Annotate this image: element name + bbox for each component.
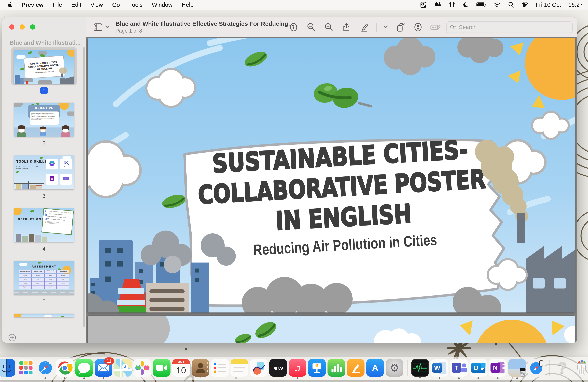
thumbnail-item-3[interactable]: TOOLS & SKILLS We will use digital tools…: [2, 153, 86, 201]
dock-missing-app[interactable]: ?: [553, 359, 571, 377]
thumbnail-item-6[interactable]: [2, 311, 86, 319]
document-content[interactable]: SUSTAINABLE CITIES- COLLABORATIVE POSTER…: [86, 37, 577, 343]
dock-notes[interactable]: [231, 359, 248, 377]
thumbnail-page-5[interactable]: ASSESSMENT Vocabulary & Grammar Excellen…: [14, 261, 74, 295]
dock-settings[interactable]: ⚙: [386, 359, 403, 377]
calendar-day: 10: [172, 364, 190, 377]
dock-calendar[interactable]: OCT 10: [172, 359, 190, 377]
mail-unread-badge: 11: [105, 357, 114, 365]
apple-menu-icon[interactable]: [6, 1, 12, 8]
dock-appstore[interactable]: A: [366, 359, 384, 377]
thumbnail-item-5[interactable]: ASSESSMENT Vocabulary & Grammar Excellen…: [2, 258, 86, 306]
dock-maps[interactable]: [114, 359, 132, 377]
search-input[interactable]: [458, 24, 569, 31]
menu-item-preview[interactable]: Preview: [21, 1, 43, 8]
thumbnail-item-2[interactable]: OBJECTIVE 1. Students will work collabor…: [2, 100, 86, 148]
appstore-letter: A: [366, 359, 384, 377]
question-mark-icon: ?: [553, 359, 571, 377]
markup-pen-button[interactable]: [358, 22, 369, 33]
menu-item-file[interactable]: File: [53, 1, 62, 8]
mini-assessment-table: Vocabulary & Grammar Excellent Good Norm…: [19, 270, 69, 289]
sidebar-scrollbar[interactable]: [83, 47, 85, 327]
dock-contacts[interactable]: [192, 359, 210, 377]
menu-item-edit[interactable]: Edit: [71, 1, 81, 8]
thumbnail-page-4[interactable]: INSTRUCTIONS 1. Choose a topic (transpor…: [14, 208, 74, 242]
teams-status-icon[interactable]: [434, 1, 441, 8]
dock-onenote[interactable]: N: [489, 359, 507, 377]
sidebar-toggle-button[interactable]: [93, 22, 104, 33]
thumbnail-page-1[interactable]: SUSTAINABLE CITIES- COLLABORATIVE POSTER…: [14, 50, 74, 84]
onenote-letter: N: [491, 363, 500, 373]
music-note-icon: ♫: [289, 359, 306, 377]
dock-keynote[interactable]: [308, 359, 326, 377]
markup-dropdown-chevron[interactable]: [383, 25, 388, 29]
dock-finder[interactable]: [0, 359, 15, 377]
dock-outlook[interactable]: O: [470, 359, 487, 377]
menu-item-go[interactable]: Go: [112, 1, 120, 8]
page-2[interactable]: [88, 316, 575, 343]
menu-item-window[interactable]: Window: [152, 1, 172, 8]
mini-smog: [38, 80, 52, 84]
dock-word[interactable]: W: [431, 359, 448, 377]
thumbnail-item-1[interactable]: SUSTAINABLE CITIES- COLLABORATIVE POSTER…: [2, 47, 86, 95]
close-button[interactable]: [9, 24, 14, 30]
dock-trash[interactable]: [573, 359, 588, 377]
dock-reminders[interactable]: [211, 359, 229, 377]
dock-appletv[interactable]: tv: [269, 359, 287, 377]
zoom-out-button[interactable]: [306, 22, 316, 33]
dock-teams[interactable]: T: [450, 359, 468, 377]
menu-date[interactable]: Fri 10 Oct: [536, 1, 561, 8]
add-page-button[interactable]: [8, 333, 16, 342]
status-app-icon[interactable]: [420, 1, 427, 8]
page-1[interactable]: SUSTAINABLE CITIES- COLLABORATIVE POSTER…: [88, 38, 575, 312]
dock-pages[interactable]: [347, 359, 365, 377]
zoom-button[interactable]: [30, 24, 35, 30]
thumbnail-page-3[interactable]: TOOLS & SKILLS We will use digital tools…: [14, 155, 74, 190]
search-field[interactable]: [446, 21, 573, 33]
menu-time[interactable]: 16:27: [568, 1, 583, 8]
wifi-icon[interactable]: [494, 2, 501, 8]
dock-music[interactable]: ♫: [289, 359, 306, 377]
focus-moon-icon[interactable]: [463, 1, 469, 8]
thumbnail-page-2[interactable]: OBJECTIVE 1. Students will work collabor…: [14, 103, 74, 137]
mini-tool-forms: FORM Forms: [60, 174, 72, 185]
dock-numbers[interactable]: [328, 359, 345, 377]
page-number-2: 2: [42, 139, 46, 148]
share-button[interactable]: [341, 22, 352, 33]
mini-subtitle: Reducing Air Pollution in Cities: [35, 71, 54, 73]
dock-photos[interactable]: [134, 359, 151, 377]
menu-item-help[interactable]: Help: [182, 1, 194, 8]
mini-cloud: [67, 112, 74, 116]
form-pen-button[interactable]: [413, 22, 423, 33]
thumbnail-page-6[interactable]: [14, 314, 74, 317]
dock-iphone-mirroring[interactable]: [528, 359, 546, 377]
mini-leaf: [61, 316, 64, 317]
dock-mail[interactable]: 11: [95, 359, 112, 377]
dock-chrome[interactable]: [56, 359, 74, 377]
info-button[interactable]: [288, 22, 299, 33]
dock-launchpad[interactable]: [17, 359, 35, 377]
control-center-icon[interactable]: [522, 1, 528, 8]
mini-kid-boy: [17, 126, 26, 137]
thumbnail-item-4[interactable]: INSTRUCTIONS 1. Choose a topic (transpor…: [2, 205, 86, 253]
dock-freeform[interactable]: [250, 359, 268, 377]
text-annotation-button[interactable]: [430, 22, 441, 33]
minimize-button[interactable]: [20, 24, 25, 30]
appletv-label: tv: [278, 364, 283, 371]
dock-activity-monitor[interactable]: [411, 359, 429, 377]
dock-safari[interactable]: [37, 359, 54, 377]
dock-messages[interactable]: [75, 359, 93, 377]
zoom-in-button[interactable]: [323, 22, 334, 33]
rotate-button[interactable]: [395, 22, 406, 33]
preview-window: Blue and White Illustrati... SUSTAINABLE: [2, 17, 577, 343]
battery-icon[interactable]: [476, 2, 486, 8]
airpods-status-icon[interactable]: [448, 1, 456, 8]
menu-item-view[interactable]: View: [90, 1, 103, 8]
dock-separator: [407, 360, 408, 376]
dock-facetime[interactable]: [153, 359, 171, 377]
sidebar-toggle-chevron[interactable]: [105, 25, 109, 29]
thumbnail-list: SUSTAINABLE CITIES- COLLABORATIVE POSTER…: [2, 47, 86, 332]
menu-item-tools[interactable]: Tools: [129, 1, 143, 8]
dock-desktop-picture[interactable]: [508, 359, 526, 377]
spotlight-icon[interactable]: [508, 1, 514, 8]
